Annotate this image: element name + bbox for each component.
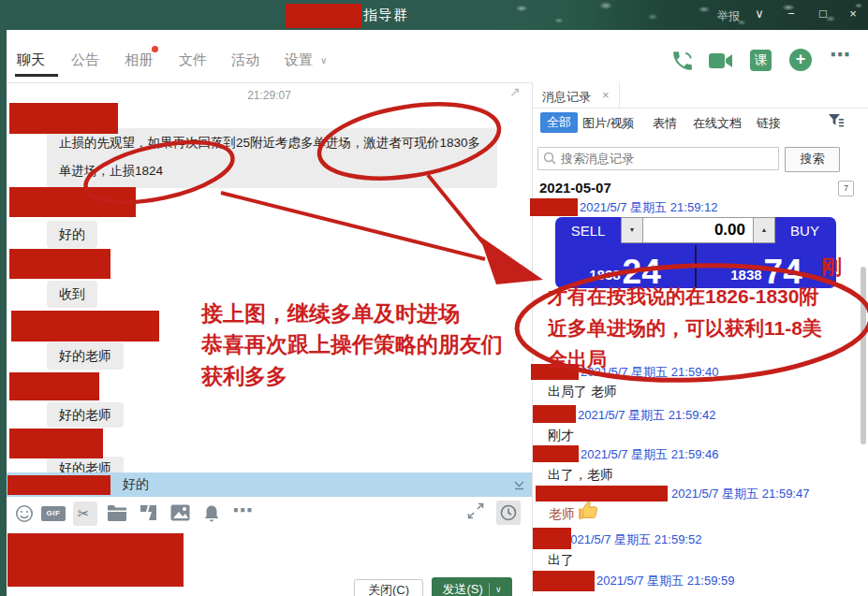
message-timestamp: 2021/5/7 星期五 21:59:47: [671, 486, 809, 502]
send-file-folder-icon[interactable]: [107, 504, 127, 525]
screenshot-scissors-icon[interactable]: ✂: [78, 505, 90, 522]
message-timestamp: 2021/5/7 星期五 21:59:46: [581, 446, 718, 463]
minimize-button[interactable]: −: [783, 7, 800, 21]
bid-price-big: 24: [623, 257, 661, 286]
group-title: 指导群: [363, 7, 408, 24]
history-tab-bar: 消息记录 ×: [533, 82, 868, 109]
send-options-chevron-icon[interactable]: ∨: [495, 585, 502, 594]
settings-chevron-icon: ∨: [320, 55, 327, 65]
tab-settings[interactable]: 设置: [285, 51, 313, 69]
history-date: 2021-05-07: [539, 180, 611, 196]
expand-input-icon[interactable]: [467, 502, 484, 523]
message-timestamp: 2021/5/7 星期五 21:59:59: [596, 573, 734, 589]
redaction-block-input-text: [7, 533, 184, 587]
message-timestamp: 2021/5/7 星期五 21:59:52: [564, 531, 701, 548]
send-button[interactable]: 发送(S) ∨: [432, 577, 512, 596]
chat-reply-bubble: 好的老师: [47, 402, 124, 428]
redaction-block-sender: [533, 405, 576, 423]
annotation-text: 接上图，继续多单及时进场: [201, 299, 460, 328]
redaction-block-sender: [7, 475, 110, 495]
tab-chat[interactable]: 聊天: [17, 51, 45, 69]
gif-icon[interactable]: GIF: [41, 506, 66, 521]
send-button-divider: [489, 583, 490, 596]
annotation-text: 恭喜再次跟上操作策略的朋友们: [201, 330, 503, 359]
history-tab-label: 消息记录: [542, 89, 591, 106]
message-history-button[interactable]: [496, 501, 521, 525]
ask-price: 1838 74: [697, 245, 836, 288]
voice-call-icon[interactable]: [670, 49, 695, 73]
filter-emotes[interactable]: 表情: [653, 115, 677, 132]
lot-spinner-up-button[interactable]: ▲: [753, 217, 775, 243]
chat-time-divider: 21:29:07: [7, 89, 532, 102]
redaction-block-sender: [530, 198, 578, 216]
lot-amount-field[interactable]: 0.00: [643, 217, 753, 243]
buy-button[interactable]: BUY: [775, 217, 834, 245]
report-link[interactable]: 举报: [717, 8, 740, 24]
redaction-block-group-name: [286, 4, 361, 28]
calendar-icon[interactable]: 7: [838, 181, 854, 196]
close-button[interactable]: ×: [845, 7, 861, 21]
qq-group-chat-window: 指导群 举报 ∨ − □ × 聊天 公告 相册 文件 活动 设置 ∨ 课 + ⋯…: [0, 0, 868, 596]
jump-to-latest-icon[interactable]: [513, 478, 525, 495]
video-call-icon[interactable]: [708, 51, 732, 75]
annotation-text: 金出局: [548, 346, 607, 372]
toolbar-more-icon[interactable]: ⋯: [232, 499, 253, 523]
annotation-text: 近多单进场的，可以获利11-8美: [548, 315, 822, 342]
chat-reply-bubble: 好的: [47, 221, 97, 248]
close-chat-button[interactable]: 关闭(C): [354, 579, 423, 596]
selected-message-text: 好的: [123, 476, 149, 493]
redaction-block-sender: [533, 445, 579, 462]
maximize-button[interactable]: □: [815, 7, 831, 21]
emoji-icon[interactable]: [15, 504, 34, 527]
search-button[interactable]: 搜索: [785, 147, 840, 172]
group-nav-bar: 聊天 公告 相册 文件 活动 设置 ∨ 课 + ⋯: [7, 30, 868, 83]
chat-reply-bubble: 好的老师: [47, 342, 124, 370]
message-timestamp: 2021/5/7 星期五 21:59:12: [580, 199, 717, 216]
message-timestamp: 2021/5/7 星期五 21:59:42: [578, 407, 715, 424]
filter-all[interactable]: 全部: [540, 112, 578, 133]
widget-top-row: SELL ▼ 0.00 ▲ BUY: [555, 217, 836, 245]
chat-reply-bubble: 收到: [47, 281, 97, 308]
album-notification-dot: [152, 46, 158, 52]
more-options-icon[interactable]: ⋯: [830, 43, 851, 67]
message-text: 老师: [549, 506, 575, 523]
filter-docs[interactable]: 在线文档: [693, 115, 742, 132]
tab-files[interactable]: 文件: [179, 51, 207, 69]
redaction-block-sender: [9, 187, 136, 217]
history-tab-close-icon[interactable]: ×: [602, 88, 610, 102]
lot-dropdown-button[interactable]: ▼: [621, 217, 643, 243]
send-button-label: 发送(S): [443, 581, 483, 596]
screen-share-icon[interactable]: [139, 503, 158, 526]
tab-activities[interactable]: 活动: [231, 51, 259, 69]
message-text: 出了: [548, 552, 574, 569]
tab-announcement[interactable]: 公告: [71, 51, 99, 69]
popout-arrow-icon[interactable]: ↗: [509, 84, 521, 99]
redaction-block-sender: [9, 429, 103, 458]
history-tab[interactable]: 消息记录 ×: [533, 82, 620, 108]
titlebar-chevron-icon[interactable]: ∨: [751, 7, 768, 21]
annotation-arrowhead: [479, 236, 543, 284]
sell-button[interactable]: SELL: [555, 217, 621, 245]
filter-funnel-icon[interactable]: [828, 113, 844, 133]
tab-album[interactable]: 相册: [125, 51, 153, 69]
add-member-icon[interactable]: +: [789, 49, 812, 71]
search-input[interactable]: [537, 147, 779, 170]
redaction-block-sender: [11, 311, 159, 342]
filter-links[interactable]: 链接: [757, 115, 781, 132]
image-icon[interactable]: [170, 504, 190, 525]
chat-message-line2: 单进场，止损1824: [59, 157, 485, 185]
active-tab-underline: [15, 74, 58, 77]
filter-media[interactable]: 图片/视频: [582, 115, 635, 132]
redaction-block-sender: [9, 249, 110, 279]
shake-bell-icon[interactable]: [203, 504, 220, 527]
thumbs-up-emoji: [577, 499, 600, 526]
titlebar: 指导群 举报 ∨ − □ ×: [0, 0, 868, 30]
trading-quote-widget: SELL ▼ 0.00 ▲ BUY 1838 24 1838 74: [555, 217, 836, 288]
annotation-text: 才有在按我说的在1826-1830附: [548, 283, 818, 310]
redaction-block-sender: [9, 103, 118, 134]
redaction-block-sender: [533, 571, 595, 591]
redaction-block-sender: [536, 486, 668, 502]
redaction-block-sender: [9, 372, 99, 400]
panel-scrollbar[interactable]: [861, 267, 866, 444]
course-badge-icon[interactable]: 课: [750, 50, 772, 71]
